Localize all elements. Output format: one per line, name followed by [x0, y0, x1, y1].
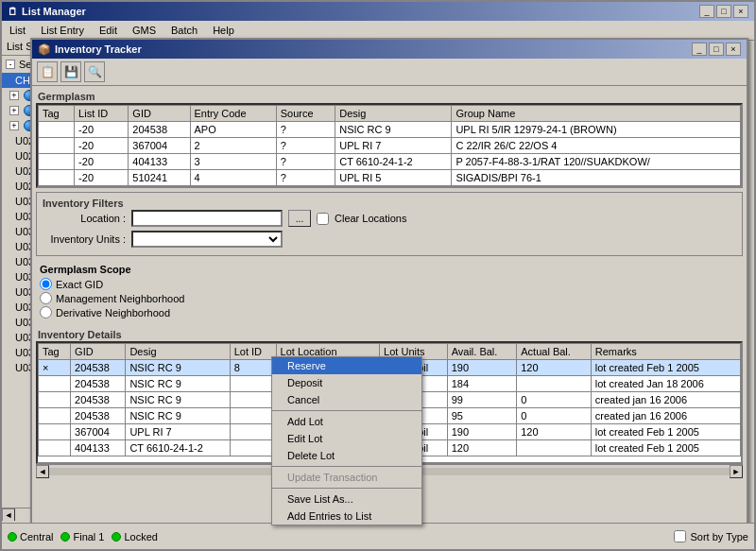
cell-entry-code: 2	[190, 138, 276, 154]
col-source: Source	[276, 106, 335, 122]
menu-list[interactable]: List	[6, 23, 29, 38]
tree-collapse-btn[interactable]: -	[6, 60, 15, 69]
expand-icon[interactable]: +	[9, 121, 19, 130]
d-tag	[39, 408, 71, 424]
context-menu-update-transaction[interactable]: Update Transaction	[272, 469, 421, 486]
inner-window-title: 📦 Inventory Tracker	[38, 43, 142, 56]
menu-batch[interactable]: Batch	[167, 23, 201, 38]
cell-list-id: -20	[75, 138, 129, 154]
sort-by-type-checkbox[interactable]	[674, 530, 686, 542]
scope-derivative-label: Derivative Neighborhood	[56, 307, 170, 319]
scope-derivative-radio[interactable]	[40, 306, 52, 319]
scope-exact-gid-radio[interactable]	[40, 278, 52, 290]
location-browse-btn[interactable]: ...	[288, 210, 311, 227]
toolbar-copy-btn[interactable]: 📋	[37, 61, 58, 82]
col-entry-code: Entry Code	[190, 106, 276, 122]
cell-list-id: -20	[75, 154, 129, 170]
cell-source: ?	[276, 154, 335, 170]
scope-mgmt-label: Management Neighborhood	[56, 293, 184, 304]
d-tag	[39, 392, 71, 408]
inner-close-btn[interactable]: ×	[726, 43, 741, 56]
inventory-details-label: Inventory Details	[36, 328, 743, 341]
detail-col-gid: GID	[71, 344, 126, 360]
scope-mgmt-radio[interactable]	[40, 292, 52, 304]
cell-group-name: SIGADIS/BPI 76-1	[452, 170, 741, 186]
d-desig: NSIC RC 9	[126, 408, 230, 424]
expand-icon[interactable]: +	[9, 106, 19, 115]
location-row: Location : ... Clear Locations	[41, 210, 738, 227]
table-row[interactable]: -20 404133 3 ? CT 6610-24-1-2 P 2057-F4-…	[39, 154, 741, 170]
menu-help[interactable]: Help	[209, 23, 238, 38]
d-lot-id	[230, 424, 276, 440]
detail-col-avail-bal: Avail. Bal.	[447, 344, 517, 360]
cell-list-id: -20	[75, 170, 129, 186]
inner-maximize-btn[interactable]: □	[709, 43, 724, 56]
cell-entry-code: 3	[190, 154, 276, 170]
table-row[interactable]: -20 510241 4 ? UPL RI 5 SIGADIS/BPI 76-1	[39, 170, 741, 186]
details-scroll-right[interactable]: ►	[730, 465, 743, 478]
scroll-left-btn[interactable]: ◄	[2, 508, 15, 522]
d-desig: NSIC RC 9	[126, 392, 230, 408]
d-gid: 204538	[71, 408, 126, 424]
units-select[interactable]	[131, 231, 283, 248]
context-menu-save-list-as[interactable]: Save List As...	[272, 491, 421, 508]
central-label: Central	[20, 531, 53, 542]
context-menu-reserve[interactable]: Reserve	[272, 357, 421, 374]
d-lot-id	[230, 408, 276, 424]
expand-icon[interactable]: +	[9, 91, 19, 100]
cell-source: ?	[276, 170, 335, 186]
location-input[interactable]	[131, 210, 283, 227]
context-menu-add-entries[interactable]: Add Entries to List	[272, 508, 421, 525]
details-scroll-left[interactable]: ◄	[36, 465, 49, 478]
menu-gms[interactable]: GMS	[129, 23, 160, 38]
cell-group-name: C 22/IR 26/C 22/OS 4	[452, 138, 741, 154]
toolbar-save-btn[interactable]: 💾	[60, 61, 81, 82]
d-remarks: created jan 16 2006	[591, 408, 740, 424]
cell-tag	[39, 154, 75, 170]
inner-titlebar: 📦 Inventory Tracker _ □ ×	[32, 40, 747, 59]
tracker-icon: 📦	[38, 43, 51, 56]
context-menu-cancel[interactable]: Cancel	[272, 391, 421, 408]
d-desig: UPL RI 7	[126, 424, 230, 440]
menu-list-entry[interactable]: List Entry	[37, 23, 88, 38]
d-remarks: created jan 16 2006	[591, 392, 740, 408]
clear-locations-checkbox[interactable]	[317, 213, 329, 225]
d-gid: 367004	[71, 424, 126, 440]
d-actual-bal: 120	[517, 424, 592, 440]
outer-maximize-btn[interactable]: □	[716, 5, 731, 18]
context-menu-delete-lot[interactable]: Delete Lot	[272, 447, 421, 464]
outer-close-btn[interactable]: ×	[733, 5, 748, 18]
germplasm-table-container[interactable]: Tag List ID GID Entry Code Source Desig …	[36, 103, 743, 188]
germplasm-table: Tag List ID GID Entry Code Source Desig …	[38, 105, 741, 186]
table-row[interactable]: -20 367004 2 ? UPL RI 7 C 22/IR 26/C 22/…	[39, 138, 741, 154]
d-remarks: lot created Jan 18 2006	[591, 376, 740, 392]
d-gid: 404133	[71, 440, 126, 456]
d-avail-bal: 99	[447, 392, 517, 408]
d-desig: NSIC RC 9	[126, 376, 230, 392]
scope-exact-gid-row: Exact GID	[40, 278, 739, 290]
d-gid: 204538	[71, 376, 126, 392]
cell-entry-code: 4	[190, 170, 276, 186]
context-menu-add-lot[interactable]: Add Lot	[272, 413, 421, 430]
d-lot-id	[230, 376, 276, 392]
germplasm-section: Germplasm Tag List ID GID Entry Code Sou…	[36, 90, 743, 188]
outer-window: 🗒 List Manager _ □ × List List Entry Edi…	[0, 0, 756, 551]
outer-minimize-btn[interactable]: _	[699, 5, 714, 18]
d-tag	[39, 424, 71, 440]
context-menu-deposit[interactable]: Deposit	[272, 374, 421, 391]
menu-edit[interactable]: Edit	[95, 23, 121, 38]
inner-minimize-btn[interactable]: _	[692, 43, 707, 56]
status-bar: Central Final 1 Locked Sort by Type	[2, 523, 754, 549]
cell-desig: NSIC RC 9	[335, 122, 452, 138]
table-row[interactable]: -20 204538 APO ? NSIC RC 9 UPL RI 5/IR 1…	[39, 122, 741, 138]
context-menu-edit-lot[interactable]: Edit Lot	[272, 430, 421, 447]
d-gid: 204538	[71, 360, 126, 376]
toolbar-search-btn[interactable]: 🔍	[84, 61, 105, 82]
outer-window-title: 🗒 List Manager	[8, 6, 86, 17]
context-separator-2	[272, 466, 421, 467]
location-label: Location :	[41, 213, 126, 224]
d-avail-bal: 190	[447, 424, 517, 440]
context-separator-3	[272, 488, 421, 489]
outer-titlebar: 🗒 List Manager _ □ ×	[2, 2, 754, 21]
d-desig: NSIC RC 9	[126, 360, 230, 376]
